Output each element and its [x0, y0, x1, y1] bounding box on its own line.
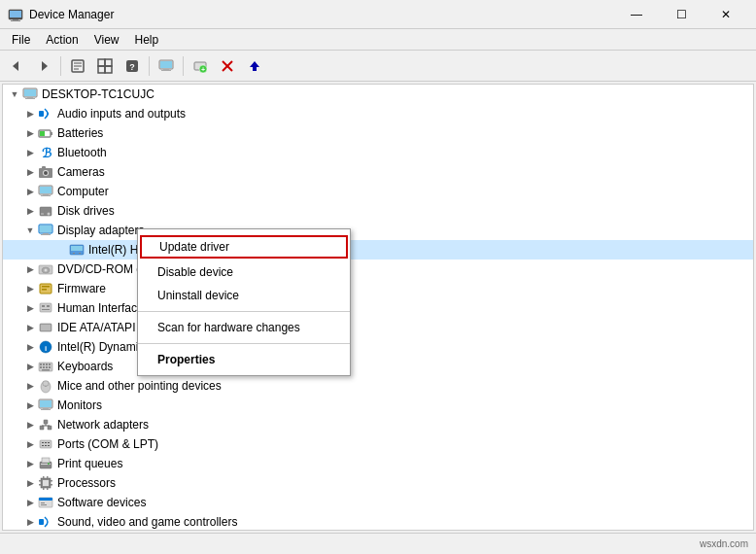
tree-item-computer[interactable]: ▶ Computer [3, 182, 753, 201]
tree-item-batteries[interactable]: ▶ Batteries [3, 123, 753, 143]
svg-rect-82 [40, 400, 52, 407]
tree-item-diskdrives[interactable]: ▶ Disk drives [3, 201, 753, 221]
svg-rect-95 [42, 445, 44, 446]
ports-icon [38, 436, 53, 452]
svg-rect-114 [41, 502, 45, 503]
menu-view[interactable]: View [86, 31, 127, 49]
close-button[interactable]: ✕ [704, 0, 748, 29]
expand-icon-hid[interactable]: ▶ [22, 300, 38, 316]
maximize-button[interactable]: ☐ [659, 0, 704, 29]
forward-button[interactable] [31, 53, 56, 79]
svg-rect-101 [48, 463, 50, 465]
expand-icon-processors[interactable]: ▶ [22, 475, 38, 491]
root-icon [22, 87, 38, 102]
tree-item-keyboards[interactable]: ▶ Keyboards [3, 357, 753, 376]
tree-item-dvd[interactable]: ▶ DVD/CD-ROM drives [3, 260, 753, 279]
menu-file[interactable]: File [4, 31, 38, 49]
tree-item-batteries-label: Batteries [57, 126, 103, 140]
svg-rect-17 [160, 61, 172, 68]
expand-icon-ports[interactable]: ▶ [22, 436, 38, 452]
device-tree[interactable]: ▼ DESKTOP-TC1CUJC ▶ Audio [2, 84, 754, 531]
tree-item-monitors[interactable]: ▶ Monitors [3, 396, 753, 415]
menu-help[interactable]: Help [127, 31, 167, 49]
tree-item-audio[interactable]: ▶ Audio inputs and outputs [3, 104, 753, 123]
expand-icon-network[interactable]: ▶ [22, 417, 38, 433]
svg-rect-104 [39, 480, 41, 482]
scan-button[interactable] [92, 53, 118, 79]
tree-item-network-label: Network adapters [57, 418, 149, 432]
expand-icon-display[interactable]: ▼ [22, 223, 38, 238]
expand-icon-keyboards[interactable]: ▶ [22, 359, 38, 374]
tree-item-mice[interactable]: ▶ Mice and other pointing devices [3, 376, 753, 396]
expand-icon-dvd[interactable]: ▶ [22, 261, 38, 277]
expand-icon-software[interactable]: ▶ [22, 495, 38, 510]
svg-point-37 [44, 171, 48, 175]
update-button[interactable] [242, 53, 267, 79]
tree-item-inteldynamic[interactable]: ▶ i Intel(R) Dynamic Platform... [3, 337, 753, 357]
tree-item-bluetooth[interactable]: ▶ ℬ Bluetooth [3, 143, 753, 162]
tree-item-cameras[interactable]: ▶ Cameras [3, 162, 753, 182]
tree-item-network[interactable]: ▶ Network adapters [3, 415, 753, 434]
svg-rect-85 [40, 426, 44, 430]
expand-icon-printqueues[interactable]: ▶ [22, 456, 38, 471]
context-menu-disable-device[interactable]: Disable device [138, 260, 350, 284]
minimize-button[interactable]: — [614, 0, 659, 29]
computer-button[interactable] [154, 53, 179, 79]
tree-item-ports[interactable]: ▶ Ports (COM & LPT) [3, 434, 753, 454]
context-menu-update-driver[interactable]: Update driver [140, 235, 348, 259]
expand-icon-monitors[interactable]: ▶ [22, 398, 38, 413]
add-driver-button[interactable]: + [188, 53, 213, 79]
tree-item-printqueues[interactable]: ▶ Print queues [3, 454, 753, 473]
svg-rect-65 [41, 325, 51, 330]
tree-item-firmware[interactable]: ▶ Firmware [3, 279, 753, 298]
svg-rect-13 [105, 66, 112, 73]
expand-icon-diskdrives[interactable]: ▶ [22, 203, 38, 219]
svg-text:?: ? [129, 61, 135, 71]
toolbar-sep-2 [149, 56, 150, 76]
expand-icon-computer[interactable]: ▶ [22, 184, 38, 199]
expand-icon-bluetooth[interactable]: ▶ [22, 145, 38, 160]
tree-item-processors[interactable]: ▶ Processors [3, 473, 753, 493]
expand-icon-firmware[interactable]: ▶ [22, 281, 38, 296]
context-menu-scan-hardware[interactable]: Scan for hardware changes [138, 316, 350, 339]
tree-item-root[interactable]: ▼ DESKTOP-TC1CUJC [3, 85, 753, 104]
expand-icon-batteries[interactable]: ▶ [22, 125, 38, 141]
svg-rect-12 [98, 66, 105, 73]
svg-rect-49 [41, 234, 51, 235]
tree-item-intel-hd[interactable]: ▶ Intel(R) HD Graphics 5500 [3, 240, 753, 260]
tree-item-sound-label: Sound, video and game controllers [57, 515, 237, 529]
cameras-icon [38, 164, 53, 180]
back-button[interactable] [4, 53, 29, 79]
properties-button[interactable] [65, 53, 90, 79]
tree-item-hid[interactable]: ▶ Human Interface Devices [3, 298, 753, 318]
expand-icon-root[interactable]: ▼ [7, 87, 22, 102]
expand-icon-sound[interactable]: ▶ [22, 514, 38, 530]
svg-text:ℬ: ℬ [42, 146, 52, 160]
tree-item-diskdrives-label: Disk drives [57, 204, 115, 218]
tree-item-ideata[interactable]: ▶ IDE ATA/ATAPI controllers [3, 318, 753, 337]
svg-rect-77 [42, 369, 50, 371]
printqueues-icon [38, 456, 53, 471]
expand-icon-ideata[interactable]: ▶ [22, 320, 38, 335]
svg-rect-92 [42, 442, 44, 443]
svg-rect-94 [48, 442, 50, 443]
svg-rect-99 [42, 458, 50, 463]
svg-rect-53 [79, 253, 81, 254]
tree-item-software[interactable]: ▶ Software devices [3, 493, 753, 512]
expand-icon-mice[interactable]: ▶ [22, 378, 38, 394]
expand-icon-audio[interactable]: ▶ [22, 106, 38, 121]
svg-marker-5 [42, 61, 48, 71]
expand-icon-inteldynamic[interactable]: ▶ [22, 339, 38, 355]
help-button[interactable]: ? [120, 53, 145, 79]
svg-rect-42 [41, 195, 51, 196]
tree-item-display[interactable]: ▼ Display adapters [3, 221, 753, 240]
properties-icon [70, 58, 86, 74]
svg-rect-69 [40, 364, 42, 365]
remove-button[interactable] [215, 53, 240, 79]
tree-item-sound[interactable]: ▶ Sound, video and game controllers [3, 512, 753, 531]
menu-bar: File Action View Help [0, 29, 756, 51]
menu-action[interactable]: Action [38, 31, 86, 49]
expand-icon-cameras[interactable]: ▶ [22, 164, 38, 180]
context-menu-properties[interactable]: Properties [138, 348, 350, 371]
context-menu-uninstall-device[interactable]: Uninstall device [138, 284, 350, 307]
